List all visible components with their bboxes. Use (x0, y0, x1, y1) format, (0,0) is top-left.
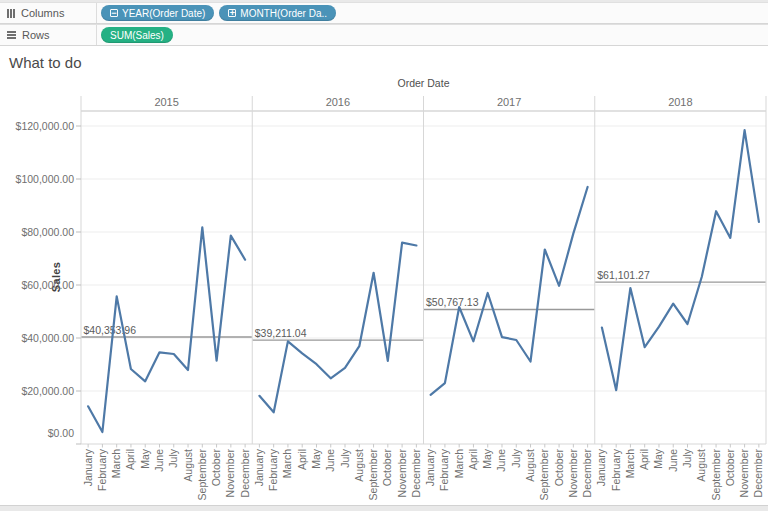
columns-pill-area: −YEAR(Order Date)+MONTH(Order Da.. (97, 5, 336, 21)
sheet-title: What to do (9, 54, 82, 71)
svg-text:May: May (652, 448, 664, 469)
svg-text:September: September (367, 449, 379, 501)
svg-text:November: November (224, 448, 236, 497)
svg-text:November: November (567, 448, 579, 497)
svg-text:August: August (353, 449, 365, 482)
svg-text:July: July (510, 448, 522, 467)
y-axis-tick-label: $100,000.00 (0, 172, 74, 186)
collapse-hierarchy-icon[interactable]: − (110, 9, 118, 17)
svg-text:December: December (752, 448, 764, 497)
y-axis-tick-label: $80,000.00 (0, 225, 74, 239)
expand-hierarchy-icon[interactable]: + (228, 9, 236, 17)
svg-text:August: August (695, 449, 707, 482)
svg-text:March: March (110, 449, 122, 478)
svg-text:December: December (410, 448, 422, 497)
svg-text:January: January (253, 448, 265, 486)
svg-text:April: April (296, 449, 308, 470)
svg-text:$50,767.13: $50,767.13 (426, 296, 479, 308)
svg-text:April: April (124, 449, 136, 470)
columns-shelf[interactable]: Columns −YEAR(Order Date)+MONTH(Order Da… (0, 2, 768, 24)
columns-shelf-label: Columns (21, 7, 64, 19)
y-axis-tick-label: $40,000.00 (0, 331, 74, 345)
svg-text:$39,211.04: $39,211.04 (255, 327, 307, 339)
field-pill[interactable]: +MONTH(Order Da.. (219, 5, 336, 21)
svg-text:November: November (396, 448, 408, 497)
svg-text:September: September (710, 449, 722, 501)
field-pill-label: SUM(Sales) (110, 30, 164, 41)
svg-text:June: June (667, 449, 679, 472)
status-strip (0, 505, 768, 511)
svg-text:$40,353.96: $40,353.96 (84, 324, 137, 336)
y-axis-tick-label: $20,000.00 (0, 384, 74, 398)
rows-icon (7, 31, 16, 33)
svg-text:December: December (239, 448, 251, 497)
columns-shelf-header: Columns (0, 3, 97, 23)
svg-text:February: February (96, 448, 108, 491)
svg-text:May: May (310, 448, 322, 469)
y-axis-labels[interactable]: $0.00$20,000.00$40,000.00$60,000.00$80,0… (0, 96, 74, 505)
svg-text:2015: 2015 (154, 96, 178, 108)
svg-text:January: January (595, 448, 607, 486)
svg-text:June: June (153, 449, 165, 472)
sales-by-month-line-chart[interactable]: 2015$40,353.96JanuaryFebruaryMarchAprilM… (73, 96, 768, 505)
field-pill[interactable]: SUM(Sales) (101, 27, 173, 43)
svg-text:2017: 2017 (497, 96, 521, 108)
svg-text:July: July (681, 448, 693, 467)
rows-shelf[interactable]: Rows SUM(Sales) (0, 24, 768, 46)
svg-text:July: July (339, 448, 351, 467)
svg-text:June: June (495, 449, 507, 472)
svg-text:November: November (738, 448, 750, 497)
svg-text:October: October (724, 449, 736, 487)
svg-text:February: February (438, 448, 450, 491)
svg-text:February: February (610, 448, 622, 491)
svg-text:May: May (139, 448, 151, 469)
svg-text:September: September (196, 449, 208, 501)
svg-text:January: January (424, 448, 436, 486)
svg-text:March: March (281, 449, 293, 478)
svg-text:October: October (553, 449, 565, 487)
svg-text:April: April (638, 449, 650, 470)
column-field-header: Order Date (81, 77, 766, 89)
svg-text:October: October (381, 449, 393, 487)
svg-text:September: September (538, 449, 550, 501)
svg-text:May: May (481, 448, 493, 469)
svg-text:April: April (467, 449, 479, 470)
svg-text:2018: 2018 (668, 96, 692, 108)
tableau-window: Columns −YEAR(Order Date)+MONTH(Order Da… (0, 0, 768, 511)
svg-text:December: December (581, 448, 593, 497)
rows-pill-area: SUM(Sales) (97, 27, 173, 43)
svg-text:March: March (624, 449, 636, 478)
rows-shelf-label: Rows (22, 29, 50, 41)
svg-text:August: August (524, 449, 536, 482)
svg-text:$61,101.27: $61,101.27 (597, 269, 650, 281)
svg-text:January: January (82, 448, 94, 486)
svg-text:February: February (267, 448, 279, 491)
worksheet: What to do Order Date Sales $0.00$20,000… (0, 46, 768, 505)
columns-icon (7, 9, 9, 18)
svg-text:October: October (210, 449, 222, 487)
svg-text:2016: 2016 (326, 96, 350, 108)
svg-text:March: March (453, 449, 465, 478)
svg-text:August: August (182, 449, 194, 482)
y-axis-tick-label: $0.00 (0, 426, 74, 440)
field-pill[interactable]: −YEAR(Order Date) (101, 5, 214, 21)
y-axis-tick-label: $120,000.00 (0, 119, 74, 133)
chart-canvas[interactable]: 2015$40,353.96JanuaryFebruaryMarchAprilM… (73, 96, 768, 505)
svg-text:July: July (167, 448, 179, 467)
field-pill-label: YEAR(Order Date) (122, 8, 205, 19)
rows-shelf-header: Rows (0, 25, 97, 45)
svg-text:June: June (324, 449, 336, 472)
field-pill-label: MONTH(Order Da.. (240, 8, 327, 19)
y-axis-tick-label: $60,000.00 (0, 278, 74, 292)
